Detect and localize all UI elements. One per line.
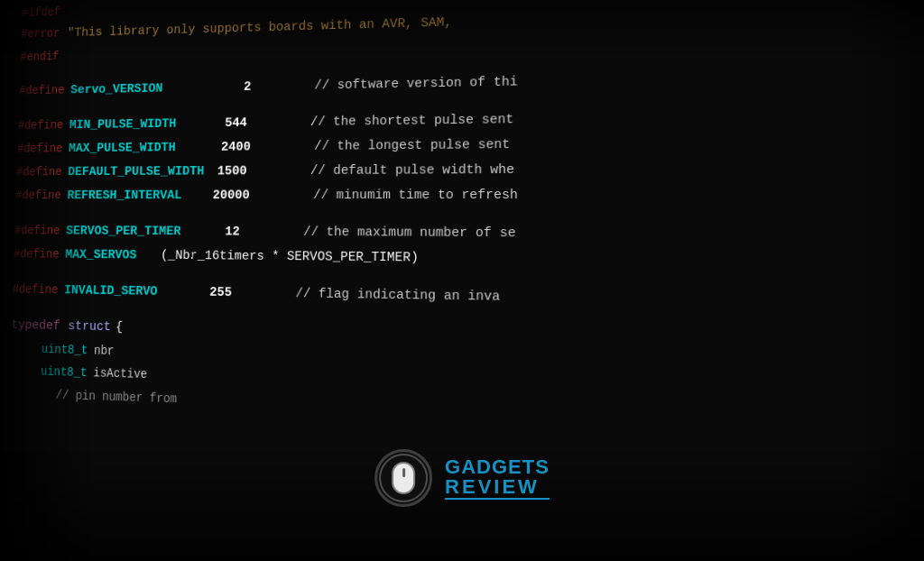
type-name: uint8_t — [42, 340, 88, 361]
keyword: #define — [19, 80, 65, 99]
code-text: { — [116, 317, 124, 338]
variable-name: isActive — [93, 363, 147, 384]
define-value: 255 — [209, 282, 232, 304]
code-comment: // default pulse width whe — [280, 160, 514, 182]
keyword: struct — [68, 317, 111, 338]
keyword: #define — [12, 280, 58, 299]
keyword: #error — [21, 24, 60, 44]
define-value: 12 — [225, 222, 240, 243]
define-value: (_Nbr_16timers * SERVOS_PER_TIMER) — [161, 245, 419, 269]
keyword: #endif — [20, 48, 59, 67]
define-value: 1500 — [217, 161, 247, 182]
logo-icon-circle — [374, 449, 432, 507]
keyword: #ifdef — [22, 3, 60, 23]
code-comment: // pin number from — [55, 385, 177, 409]
logo-watermark: GADGETS REVIEW — [374, 449, 550, 507]
define-identifier: MIN_PULSE_WIDTH — [69, 114, 177, 135]
define-identifier: MAX_SERVOS — [65, 244, 137, 265]
define-value: 2 — [244, 77, 252, 97]
type-name: uint8_t — [41, 363, 88, 383]
keyword: #define — [16, 162, 62, 181]
keyword: #define — [18, 115, 64, 134]
define-identifier: INVALID_SERVO — [64, 280, 158, 302]
code-line: #define REFRESH_INTERVAL 20000 // minumi… — [15, 181, 924, 208]
define-identifier: SERVOS_PER_TIMER — [66, 221, 181, 242]
code-comment: // the shortest pulse sent — [280, 109, 513, 133]
define-value: 544 — [225, 113, 247, 133]
define-identifier: MAX_PULSE_WIDTH — [69, 138, 176, 159]
keyword: #define — [14, 221, 60, 240]
define-identifier: DEFAULT_PULSE_WIDTH — [68, 161, 205, 182]
define-value: 2400 — [221, 137, 251, 158]
code-editor: #ifdef #error "This library only support… — [0, 0, 924, 454]
define-identifier: Servo_VERSION — [70, 78, 163, 100]
keyword: #define — [15, 186, 61, 205]
code-comment: // the maximum number of se — [273, 222, 515, 244]
screen: #ifdef #error "This library only support… — [0, 0, 924, 561]
code-comment: // the longest pulse sent — [284, 134, 511, 158]
mouse-icon — [392, 462, 415, 494]
logo-brand: GADGETS — [445, 457, 550, 477]
keyword: #define — [14, 244, 60, 263]
logo-text: GADGETS REVIEW — [445, 457, 550, 500]
code-comment: // flag indicating an inva — [265, 283, 500, 308]
define-value: 20000 — [212, 185, 250, 206]
keyword: #define — [17, 139, 63, 158]
logo-product: REVIEW — [445, 477, 550, 500]
code-comment: // minumim time to refresh — [282, 185, 517, 207]
define-identifier: REFRESH_INTERVAL — [67, 186, 182, 207]
keyword: typedef — [11, 315, 60, 336]
code-comment: // software version of thi — [284, 71, 518, 97]
variable-name: nbr — [94, 341, 115, 361]
